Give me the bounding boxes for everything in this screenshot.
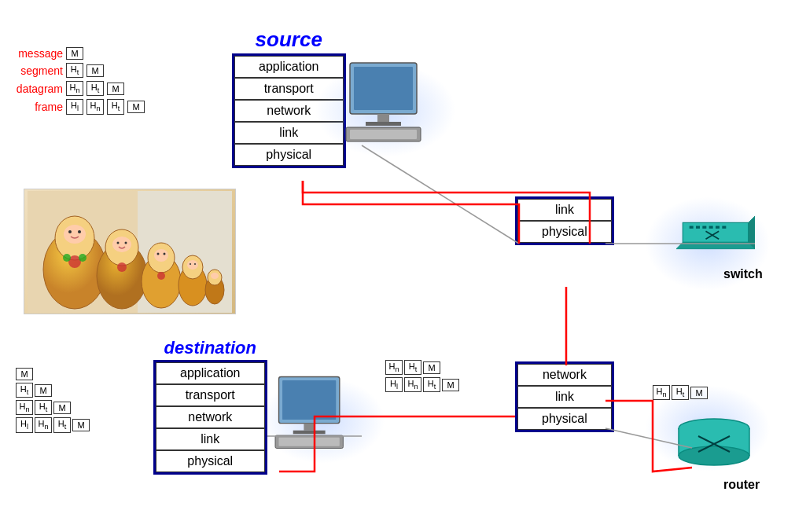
legend-label-datagram: datagram — [8, 83, 63, 95]
lb-m2: M — [35, 384, 52, 397]
legend-row-datagram: datagram Hn Ht M — [8, 81, 145, 96]
dest-layer-link: link — [156, 428, 265, 450]
svg-marker-13 — [676, 242, 755, 248]
lb-m4: M — [72, 419, 90, 431]
svg-rect-20 — [722, 226, 726, 229]
svg-rect-9 — [293, 431, 326, 435]
svg-line-60 — [362, 145, 519, 244]
svg-point-39 — [79, 254, 86, 262]
legend-box-m1: M — [66, 47, 83, 60]
source-layer-network: network — [234, 100, 344, 122]
dest-layer-stack: application transport network link physi… — [153, 360, 267, 475]
svg-point-42 — [112, 237, 131, 252]
lb-ht2: Ht — [35, 400, 52, 415]
svg-rect-17 — [702, 226, 706, 229]
switch-device — [676, 212, 755, 259]
legend-bottom-left: M Ht M Hn Ht M Hl Hn Ht M — [16, 368, 90, 433]
svg-point-43 — [117, 241, 120, 244]
legend-box-hn2: Hn — [86, 99, 104, 114]
switch-stack: link physical — [515, 196, 614, 245]
svg-rect-11 — [279, 438, 340, 446]
dest-stack: destination application transport networ… — [153, 338, 267, 475]
router-label: router — [723, 478, 760, 492]
svg-rect-18 — [709, 226, 713, 229]
svg-point-44 — [125, 241, 127, 244]
lb-hl1: Hl — [16, 417, 33, 432]
svg-point-48 — [154, 249, 168, 262]
source-layer-physical: physical — [234, 144, 344, 166]
router-top-row-2: Hl Hn Ht M — [385, 377, 459, 392]
dest-title: destination — [153, 338, 267, 358]
switch-layer-physical: physical — [517, 221, 612, 243]
svg-point-50 — [164, 252, 166, 255]
legend-bottom-row-4: Hl Hn Ht M — [16, 417, 90, 432]
legend-bottom-row-3: Hn Ht M — [16, 400, 90, 415]
nrt-ht2: Ht — [423, 377, 440, 392]
legend-bottom-row-1: M — [16, 368, 90, 380]
switch-layer-link: link — [517, 199, 612, 221]
router-layer-network: network — [517, 364, 612, 386]
svg-rect-16 — [696, 226, 700, 229]
nrt-hn1: Hn — [385, 360, 403, 375]
nrt-hn2: Hn — [404, 377, 421, 392]
svg-point-51 — [157, 272, 165, 280]
svg-point-27 — [679, 446, 749, 465]
svg-rect-8 — [304, 424, 315, 431]
source-stack: source application transport network lin… — [232, 28, 346, 168]
source-layer-application: application — [234, 56, 344, 78]
legend-box-hn1: Hn — [66, 81, 83, 96]
nrr-m1: M — [690, 387, 708, 399]
legend-row-message: message M — [8, 47, 145, 60]
svg-point-36 — [78, 230, 81, 233]
legend-box-m2: M — [86, 64, 104, 77]
router-layer-link: link — [517, 386, 612, 408]
svg-point-34 — [64, 225, 86, 244]
lb-hn2: Hn — [35, 417, 52, 432]
legend-box-ht2: Ht — [86, 81, 104, 96]
dolls-image — [24, 189, 236, 314]
source-title: source — [232, 28, 346, 52]
svg-point-35 — [68, 230, 72, 233]
svg-point-59 — [211, 273, 219, 279]
legend-label-message: message — [8, 47, 63, 60]
nrt-hl1: Hl — [385, 377, 403, 392]
svg-rect-1 — [354, 67, 413, 110]
nrt-m1: M — [423, 361, 440, 374]
router-right-row-1: Hn Ht M — [653, 385, 708, 400]
legend-top-left: message M segment Ht M datagram Hn Ht M … — [8, 47, 145, 118]
legend-row-segment: segment Ht M — [8, 63, 145, 78]
dest-layer-physical: physical — [156, 450, 265, 472]
source-layer-stack: application transport network link physi… — [232, 53, 346, 168]
dest-computer — [267, 373, 362, 452]
router-device — [675, 416, 753, 471]
router-top-row-1: Hn Ht M — [385, 360, 459, 375]
lb-m3: M — [53, 402, 71, 414]
router-layer-physical: physical — [517, 408, 612, 430]
lb-hn1: Hn — [16, 400, 33, 415]
diagram: message M segment Ht M datagram Hn Ht M … — [0, 0, 795, 532]
svg-rect-3 — [366, 122, 401, 126]
lb-ht1: Ht — [16, 383, 33, 398]
near-router-right-labels: Hn Ht M — [653, 385, 708, 400]
svg-rect-2 — [377, 114, 389, 122]
legend-label-segment: segment — [8, 64, 63, 77]
svg-point-54 — [187, 260, 198, 270]
svg-point-55 — [190, 263, 191, 265]
nrt-ht1: Ht — [404, 360, 421, 375]
switch-label: switch — [723, 267, 763, 281]
dest-layer-network: network — [156, 406, 265, 428]
dest-layer-application: application — [156, 362, 265, 384]
svg-rect-5 — [350, 130, 417, 139]
switch-layer-stack: link physical — [515, 196, 614, 245]
nrr-ht1: Ht — [672, 385, 689, 400]
legend-bottom-row-2: Ht M — [16, 383, 90, 398]
dest-layer-transport: transport — [156, 384, 265, 406]
dolls-svg — [28, 191, 232, 313]
near-router-top-labels: Hn Ht M Hl Hn Ht M — [385, 360, 459, 392]
nrr-hn1: Hn — [653, 385, 670, 400]
router-layer-stack: network link physical — [515, 361, 614, 432]
router-stack: network link physical — [515, 361, 614, 432]
svg-rect-15 — [690, 226, 694, 229]
legend-box-ht3: Ht — [107, 99, 124, 114]
legend-box-hl1: Hl — [66, 99, 83, 114]
